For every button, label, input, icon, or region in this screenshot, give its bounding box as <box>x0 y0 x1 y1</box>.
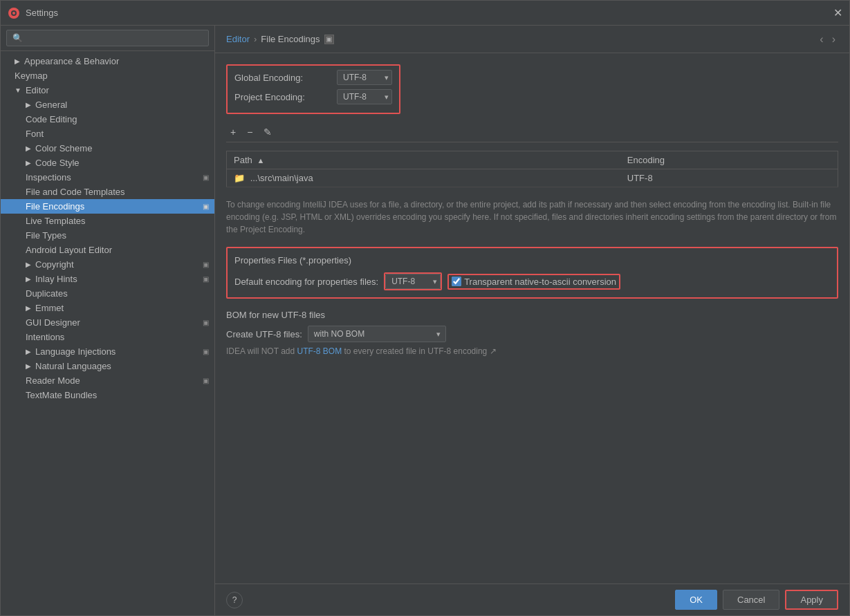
transparent-checkbox[interactable] <box>452 277 461 286</box>
search-bar <box>1 26 214 51</box>
sidebar-item-code-editing[interactable]: Code Editing <box>1 112 214 127</box>
table-toolbar: + − ✎ <box>226 122 838 142</box>
bottom-bar: ? OK Cancel Apply <box>215 584 849 615</box>
arrow-icon: ▶ <box>26 304 31 312</box>
encoding-column-header[interactable]: Encoding <box>620 151 838 169</box>
sidebar-item-android-layout-editor[interactable]: Android Layout Editor <box>1 243 214 257</box>
sidebar-item-live-templates[interactable]: Live Templates <box>1 214 214 228</box>
global-encoding-label: Global Encoding: <box>234 73 331 83</box>
properties-section: Properties Files (*.properties) Default … <box>226 247 838 299</box>
main-panel: Editor › File Encodings ▣ ‹ › Global Enc… <box>215 26 849 615</box>
sidebar-item-reader-mode[interactable]: Reader Mode ▣ <box>1 373 214 388</box>
arrow-icon: ▶ <box>26 261 31 268</box>
remove-button[interactable]: − <box>243 125 257 139</box>
sidebar-item-label: Live Templates <box>26 216 85 226</box>
app-icon <box>8 7 20 19</box>
badge-icon: ▣ <box>203 348 209 355</box>
titlebar-left: Settings <box>8 7 58 19</box>
table-row[interactable]: 📁 ...\src\main\java UTF-8 <box>227 169 838 187</box>
bom-section: BOM for new UTF-8 files Create UTF-8 fil… <box>226 310 838 356</box>
sidebar-item-code-style[interactable]: ▶ Code Style <box>1 156 214 170</box>
nav-back-button[interactable]: ‹ <box>817 33 826 46</box>
sidebar-item-inspections[interactable]: Inspections ▣ <box>1 170 214 185</box>
sidebar-item-font[interactable]: Font <box>1 127 214 141</box>
settings-dialog: Settings ✕ ▶ Appearance & Behavior Keyma… <box>0 0 850 616</box>
properties-row: Default encoding for properties files: U… <box>234 272 830 290</box>
sidebar-item-language-injections[interactable]: ▶ Language Injections ▣ <box>1 344 214 359</box>
sidebar-item-natural-languages[interactable]: ▶ Natural Languages <box>1 359 214 373</box>
encoding-section: Global Encoding: UTF-8 Project Encoding: <box>226 64 838 114</box>
badge-icon: ▣ <box>203 174 209 181</box>
sidebar-item-keymap[interactable]: Keymap <box>1 68 214 83</box>
titlebar: Settings ✕ <box>1 1 849 26</box>
sidebar-item-label: GUI Designer <box>26 317 80 328</box>
sidebar-item-label: Intentions <box>26 332 64 342</box>
edit-button[interactable]: ✎ <box>259 125 276 139</box>
arrow-icon: ▶ <box>26 348 31 355</box>
sidebar-item-color-scheme[interactable]: ▶ Color Scheme <box>1 141 214 156</box>
arrow-icon: ▶ <box>26 144 31 152</box>
help-button[interactable]: ? <box>226 592 243 608</box>
global-encoding-select[interactable]: UTF-8 <box>337 70 392 85</box>
search-input[interactable] <box>6 30 209 46</box>
ok-button[interactable]: OK <box>675 590 717 610</box>
sidebar-item-label: Natural Languages <box>35 361 111 371</box>
file-encodings-table: Path ▲ Encoding 📁 ...\src\m <box>226 151 838 187</box>
cancel-button[interactable]: Cancel <box>723 590 779 610</box>
sidebar-item-general[interactable]: ▶ General <box>1 97 214 112</box>
info-text: To change encoding IntelliJ IDEA uses fo… <box>226 196 838 239</box>
arrow-icon: ▶ <box>26 159 31 167</box>
dialog-title: Settings <box>26 8 58 18</box>
props-dropdown-inner: UTF-8 <box>385 274 441 289</box>
bom-link[interactable]: UTF-8 BOM <box>297 346 342 356</box>
props-encoding-select[interactable]: UTF-8 <box>385 274 441 289</box>
sidebar-item-inlay-hints[interactable]: ▶ Inlay Hints ▣ <box>1 272 214 286</box>
badge-icon: ▣ <box>203 377 209 384</box>
nav-forward-button[interactable]: › <box>829 33 838 46</box>
main-header: Editor › File Encodings ▣ ‹ › <box>215 26 849 53</box>
bom-select-wrapper: with NO BOM <box>308 326 446 342</box>
sidebar-item-label: General <box>35 100 67 110</box>
sidebar-item-label: Keymap <box>15 71 48 81</box>
project-encoding-select[interactable]: UTF-8 <box>337 89 392 104</box>
arrow-icon: ▶ <box>15 57 20 65</box>
sidebar-item-label: File Types <box>26 230 66 241</box>
bom-row: Create UTF-8 files: with NO BOM <box>226 326 838 342</box>
sidebar-item-label: Editor <box>26 85 49 95</box>
sidebar-item-intentions[interactable]: Intentions <box>1 330 214 344</box>
path-column-header[interactable]: Path ▲ <box>227 151 620 169</box>
sidebar-item-label: Code Editing <box>26 114 77 124</box>
sidebar-item-appearance[interactable]: ▶ Appearance & Behavior <box>1 54 214 68</box>
global-encoding-row: Global Encoding: UTF-8 <box>234 70 392 85</box>
sidebar-item-label: Color Scheme <box>35 143 92 153</box>
create-utf8-label: Create UTF-8 files: <box>226 329 302 339</box>
properties-title: Properties Files (*.properties) <box>234 255 830 265</box>
sidebar-item-duplicates[interactable]: Duplicates <box>1 286 214 301</box>
add-button[interactable]: + <box>226 125 240 139</box>
breadcrumb-icon: ▣ <box>324 35 334 44</box>
apply-button[interactable]: Apply <box>785 590 838 610</box>
breadcrumb-editor[interactable]: Editor <box>226 34 250 44</box>
sidebar-item-file-code-templates[interactable]: File and Code Templates <box>1 185 214 199</box>
sidebar-item-copyright[interactable]: ▶ Copyright ▣ <box>1 257 214 272</box>
sidebar-item-label: Appearance & Behavior <box>24 56 119 66</box>
encoding-cell: UTF-8 <box>620 169 838 187</box>
sidebar-item-label: Code Style <box>35 158 80 168</box>
props-encoding-dropdown-wrapper: UTF-8 <box>384 272 442 290</box>
sidebar-item-file-types[interactable]: File Types <box>1 228 214 243</box>
transparent-checkbox-wrapper: Transparent native-to-ascii conversion <box>447 274 620 290</box>
sidebar-item-file-encodings[interactable]: File Encodings ▣ <box>1 199 214 214</box>
close-button[interactable]: ✕ <box>833 6 842 19</box>
nav-arrows: ‹ › <box>817 33 838 46</box>
svg-point-2 <box>12 12 15 15</box>
bom-info: IDEA will NOT add UTF-8 BOM to every cre… <box>226 346 838 356</box>
sidebar-item-label: Inspections <box>26 172 71 183</box>
sidebar-item-editor[interactable]: ▼ Editor <box>1 83 214 97</box>
sidebar-item-gui-designer[interactable]: GUI Designer ▣ <box>1 315 214 330</box>
sidebar-tree: ▶ Appearance & Behavior Keymap ▼ Editor … <box>1 51 214 615</box>
bom-select[interactable]: with NO BOM <box>308 326 446 342</box>
sidebar-item-label: Copyright <box>35 259 74 270</box>
sidebar-item-textmate-bundles[interactable]: TextMate Bundles <box>1 388 214 402</box>
project-encoding-row: Project Encoding: UTF-8 <box>234 89 392 104</box>
sidebar-item-emmet[interactable]: ▶ Emmet <box>1 301 214 315</box>
